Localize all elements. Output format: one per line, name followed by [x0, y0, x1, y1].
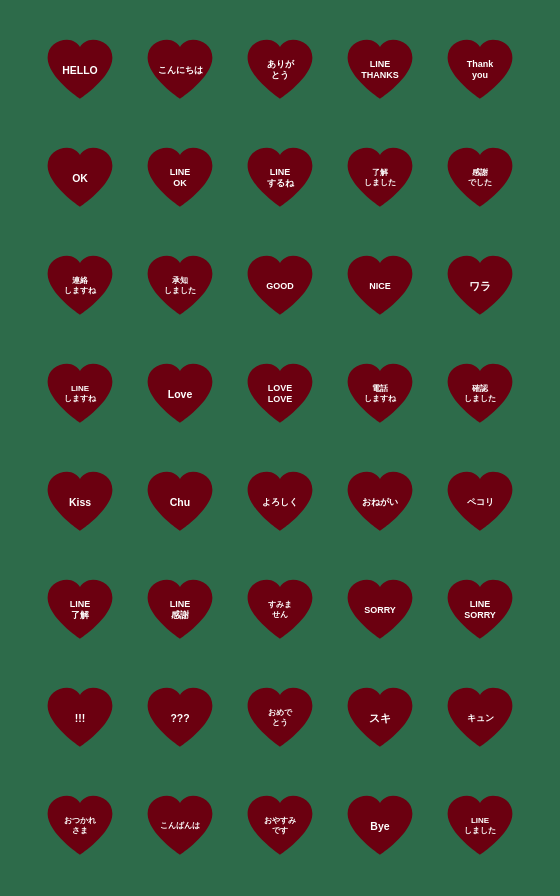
heart-cell[interactable]: LINE 了解 [30, 556, 130, 664]
heart-cell[interactable]: キュン [430, 664, 530, 772]
heart-cell[interactable]: すみま せん [230, 556, 330, 664]
heart-cell[interactable]: ありが とう [230, 16, 330, 124]
heart-label: おねがい [358, 497, 402, 508]
heart-cell[interactable]: よろしく [230, 448, 330, 556]
heart-cell[interactable]: おめで とう [230, 664, 330, 772]
heart-label: LINE OK [166, 167, 195, 189]
heart-cell[interactable]: OK [30, 124, 130, 232]
heart-label: おつかれ さま [60, 816, 100, 835]
heart-cell[interactable]: LINE しました [430, 772, 530, 880]
heart-label: スキ [365, 712, 395, 725]
heart-label: ??? [166, 712, 193, 725]
heart-cell[interactable]: Kiss [30, 448, 130, 556]
heart-label: LINE THANKS [357, 59, 403, 81]
heart-label: Thank you [463, 59, 498, 81]
heart-label: LINE しますね [60, 384, 100, 403]
heart-label: ありが とう [263, 59, 298, 81]
heart-cell[interactable]: 電話 しますね [330, 340, 430, 448]
heart-cell[interactable]: LOVE LOVE [230, 340, 330, 448]
heart-cell[interactable]: ??? [130, 664, 230, 772]
heart-cell[interactable]: GOOD [230, 232, 330, 340]
heart-cell[interactable]: LINE 感謝 [130, 556, 230, 664]
heart-label: LINE するね [263, 167, 298, 189]
heart-cell[interactable]: 承知 しました [130, 232, 230, 340]
heart-label: おめで とう [264, 708, 296, 727]
heart-label: SORRY [360, 605, 400, 616]
heart-cell[interactable]: 確認 しました [430, 340, 530, 448]
heart-label: こんにちは [154, 65, 207, 76]
heart-label: Bye [366, 820, 393, 833]
heart-label: 確認 しました [460, 384, 500, 403]
heart-label: 電話 しますね [360, 384, 400, 403]
heart-label: こんばんは [156, 821, 204, 831]
heart-cell[interactable]: 了解 しました [330, 124, 430, 232]
heart-label: ワラ [465, 280, 495, 293]
heart-cell[interactable]: Thank you [430, 16, 530, 124]
emoji-grid: HELLOこんにちはありが とうLINE THANKSThank youOKLI… [26, 8, 534, 888]
heart-cell[interactable]: LINE しますね [30, 340, 130, 448]
heart-label: よろしく [258, 497, 302, 508]
heart-label: LINE 了解 [66, 599, 95, 621]
heart-cell[interactable]: こんにちは [130, 16, 230, 124]
heart-cell[interactable]: LINE THANKS [330, 16, 430, 124]
heart-label: OK [68, 172, 92, 185]
heart-label: 連絡 しますね [60, 276, 100, 295]
heart-label: Chu [166, 496, 194, 509]
heart-cell[interactable]: Love [130, 340, 230, 448]
heart-cell[interactable]: こんばんは [130, 772, 230, 880]
heart-cell[interactable]: スキ [330, 664, 430, 772]
heart-cell[interactable]: おつかれ さま [30, 772, 130, 880]
heart-label: ペコリ [463, 497, 498, 508]
heart-label: 承知 しました [160, 276, 200, 295]
heart-cell[interactable]: NICE [330, 232, 430, 340]
heart-label: LINE SORRY [460, 599, 500, 621]
heart-cell[interactable]: Chu [130, 448, 230, 556]
heart-cell[interactable]: SORRY [330, 556, 430, 664]
heart-label: GOOD [262, 281, 298, 292]
heart-cell[interactable]: 感謝 でした [430, 124, 530, 232]
heart-label: おやすみ です [260, 816, 300, 835]
heart-cell[interactable]: 連絡 しますね [30, 232, 130, 340]
heart-label: NICE [365, 281, 395, 292]
heart-label: Love [164, 388, 197, 401]
heart-label: Kiss [65, 496, 95, 509]
heart-cell[interactable]: ワラ [430, 232, 530, 340]
heart-cell[interactable]: LINE SORRY [430, 556, 530, 664]
heart-label: !!! [71, 712, 90, 725]
heart-label: LINE 感謝 [166, 599, 195, 621]
heart-cell[interactable]: LINE するね [230, 124, 330, 232]
heart-cell[interactable]: LINE OK [130, 124, 230, 232]
heart-cell[interactable]: おやすみ です [230, 772, 330, 880]
heart-cell[interactable]: !!! [30, 664, 130, 772]
heart-label: すみま せん [264, 600, 296, 619]
heart-cell[interactable]: おねがい [330, 448, 430, 556]
heart-label: 感謝 でした [464, 168, 496, 187]
heart-cell[interactable]: ペコリ [430, 448, 530, 556]
heart-label: LOVE LOVE [264, 383, 297, 405]
heart-label: キュン [463, 713, 498, 724]
heart-cell[interactable]: HELLO [30, 16, 130, 124]
heart-label: HELLO [58, 64, 102, 77]
heart-cell[interactable]: Bye [330, 772, 430, 880]
heart-label: LINE しました [460, 816, 500, 835]
heart-label: 了解 しました [360, 168, 400, 187]
